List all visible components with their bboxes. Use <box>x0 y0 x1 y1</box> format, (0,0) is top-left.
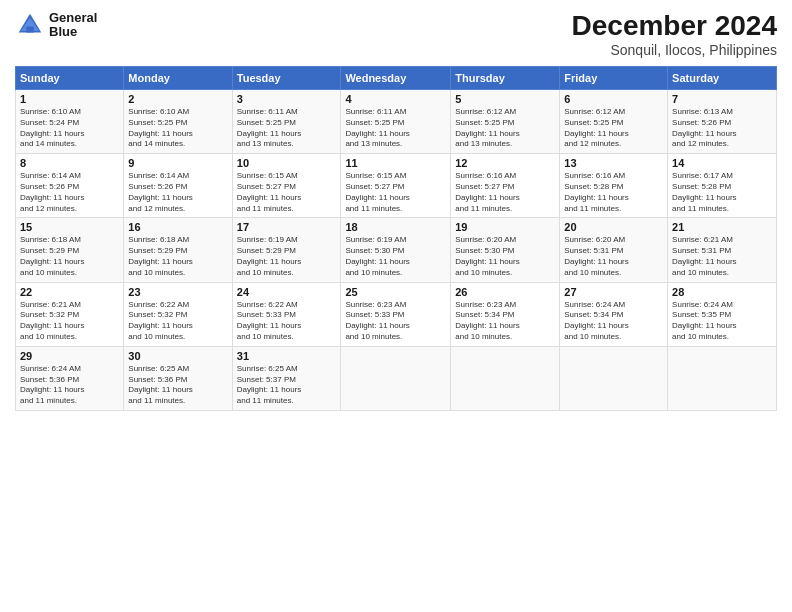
day-number: 22 <box>20 286 119 298</box>
calendar-cell <box>341 346 451 410</box>
page-container: General Blue December 2024 Sonquil, Iloc… <box>0 0 792 421</box>
day-info: Sunrise: 6:20 AMSunset: 5:31 PMDaylight:… <box>564 235 663 278</box>
day-number: 7 <box>672 93 772 105</box>
calendar-cell: 10Sunrise: 6:15 AMSunset: 5:27 PMDayligh… <box>232 154 341 218</box>
day-number: 15 <box>20 221 119 233</box>
day-info: Sunrise: 6:12 AMSunset: 5:25 PMDaylight:… <box>564 107 663 150</box>
day-number: 26 <box>455 286 555 298</box>
day-number: 25 <box>345 286 446 298</box>
header-saturday: Saturday <box>668 67 777 90</box>
day-number: 27 <box>564 286 663 298</box>
header-friday: Friday <box>560 67 668 90</box>
day-number: 4 <box>345 93 446 105</box>
header-thursday: Thursday <box>451 67 560 90</box>
day-number: 6 <box>564 93 663 105</box>
calendar-cell: 7Sunrise: 6:13 AMSunset: 5:26 PMDaylight… <box>668 90 777 154</box>
calendar-cell: 26Sunrise: 6:23 AMSunset: 5:34 PMDayligh… <box>451 282 560 346</box>
calendar-cell: 15Sunrise: 6:18 AMSunset: 5:29 PMDayligh… <box>16 218 124 282</box>
calendar-cell: 31Sunrise: 6:25 AMSunset: 5:37 PMDayligh… <box>232 346 341 410</box>
calendar-cell <box>560 346 668 410</box>
day-number: 31 <box>237 350 337 362</box>
calendar-cell: 5Sunrise: 6:12 AMSunset: 5:25 PMDaylight… <box>451 90 560 154</box>
calendar-cell: 23Sunrise: 6:22 AMSunset: 5:32 PMDayligh… <box>124 282 232 346</box>
day-number: 13 <box>564 157 663 169</box>
calendar-week-5: 29Sunrise: 6:24 AMSunset: 5:36 PMDayligh… <box>16 346 777 410</box>
calendar-week-1: 1Sunrise: 6:10 AMSunset: 5:24 PMDaylight… <box>16 90 777 154</box>
calendar-cell: 18Sunrise: 6:19 AMSunset: 5:30 PMDayligh… <box>341 218 451 282</box>
header-wednesday: Wednesday <box>341 67 451 90</box>
logo: General Blue <box>15 10 97 40</box>
day-info: Sunrise: 6:15 AMSunset: 5:27 PMDaylight:… <box>237 171 337 214</box>
day-number: 12 <box>455 157 555 169</box>
day-info: Sunrise: 6:24 AMSunset: 5:34 PMDaylight:… <box>564 300 663 343</box>
header-tuesday: Tuesday <box>232 67 341 90</box>
logo-text: General Blue <box>49 11 97 40</box>
calendar-cell <box>668 346 777 410</box>
day-number: 3 <box>237 93 337 105</box>
day-info: Sunrise: 6:23 AMSunset: 5:33 PMDaylight:… <box>345 300 446 343</box>
calendar-cell: 27Sunrise: 6:24 AMSunset: 5:34 PMDayligh… <box>560 282 668 346</box>
day-info: Sunrise: 6:10 AMSunset: 5:25 PMDaylight:… <box>128 107 227 150</box>
calendar-cell: 17Sunrise: 6:19 AMSunset: 5:29 PMDayligh… <box>232 218 341 282</box>
day-number: 8 <box>20 157 119 169</box>
day-number: 30 <box>128 350 227 362</box>
calendar-cell: 30Sunrise: 6:25 AMSunset: 5:36 PMDayligh… <box>124 346 232 410</box>
day-number: 18 <box>345 221 446 233</box>
day-number: 29 <box>20 350 119 362</box>
page-header: General Blue December 2024 Sonquil, Iloc… <box>15 10 777 58</box>
day-number: 11 <box>345 157 446 169</box>
calendar-cell: 9Sunrise: 6:14 AMSunset: 5:26 PMDaylight… <box>124 154 232 218</box>
calendar-week-3: 15Sunrise: 6:18 AMSunset: 5:29 PMDayligh… <box>16 218 777 282</box>
day-info: Sunrise: 6:24 AMSunset: 5:35 PMDaylight:… <box>672 300 772 343</box>
calendar-cell: 1Sunrise: 6:10 AMSunset: 5:24 PMDaylight… <box>16 90 124 154</box>
day-info: Sunrise: 6:20 AMSunset: 5:30 PMDaylight:… <box>455 235 555 278</box>
title-block: December 2024 Sonquil, Ilocos, Philippin… <box>572 10 777 58</box>
day-info: Sunrise: 6:25 AMSunset: 5:36 PMDaylight:… <box>128 364 227 407</box>
calendar-header-row: SundayMondayTuesdayWednesdayThursdayFrid… <box>16 67 777 90</box>
day-info: Sunrise: 6:11 AMSunset: 5:25 PMDaylight:… <box>237 107 337 150</box>
day-info: Sunrise: 6:24 AMSunset: 5:36 PMDaylight:… <box>20 364 119 407</box>
day-number: 16 <box>128 221 227 233</box>
day-info: Sunrise: 6:23 AMSunset: 5:34 PMDaylight:… <box>455 300 555 343</box>
calendar-cell: 8Sunrise: 6:14 AMSunset: 5:26 PMDaylight… <box>16 154 124 218</box>
day-info: Sunrise: 6:15 AMSunset: 5:27 PMDaylight:… <box>345 171 446 214</box>
day-info: Sunrise: 6:19 AMSunset: 5:30 PMDaylight:… <box>345 235 446 278</box>
day-info: Sunrise: 6:25 AMSunset: 5:37 PMDaylight:… <box>237 364 337 407</box>
day-info: Sunrise: 6:21 AMSunset: 5:32 PMDaylight:… <box>20 300 119 343</box>
day-info: Sunrise: 6:19 AMSunset: 5:29 PMDaylight:… <box>237 235 337 278</box>
day-info: Sunrise: 6:14 AMSunset: 5:26 PMDaylight:… <box>20 171 119 214</box>
day-info: Sunrise: 6:21 AMSunset: 5:31 PMDaylight:… <box>672 235 772 278</box>
calendar-cell: 11Sunrise: 6:15 AMSunset: 5:27 PMDayligh… <box>341 154 451 218</box>
month-title: December 2024 <box>572 10 777 42</box>
day-info: Sunrise: 6:16 AMSunset: 5:28 PMDaylight:… <box>564 171 663 214</box>
day-info: Sunrise: 6:22 AMSunset: 5:32 PMDaylight:… <box>128 300 227 343</box>
calendar-cell: 20Sunrise: 6:20 AMSunset: 5:31 PMDayligh… <box>560 218 668 282</box>
location: Sonquil, Ilocos, Philippines <box>572 42 777 58</box>
calendar-cell: 21Sunrise: 6:21 AMSunset: 5:31 PMDayligh… <box>668 218 777 282</box>
day-number: 5 <box>455 93 555 105</box>
day-number: 1 <box>20 93 119 105</box>
calendar-cell: 25Sunrise: 6:23 AMSunset: 5:33 PMDayligh… <box>341 282 451 346</box>
day-info: Sunrise: 6:13 AMSunset: 5:26 PMDaylight:… <box>672 107 772 150</box>
calendar-week-4: 22Sunrise: 6:21 AMSunset: 5:32 PMDayligh… <box>16 282 777 346</box>
calendar-cell: 24Sunrise: 6:22 AMSunset: 5:33 PMDayligh… <box>232 282 341 346</box>
day-number: 10 <box>237 157 337 169</box>
day-number: 14 <box>672 157 772 169</box>
calendar-cell: 14Sunrise: 6:17 AMSunset: 5:28 PMDayligh… <box>668 154 777 218</box>
day-info: Sunrise: 6:14 AMSunset: 5:26 PMDaylight:… <box>128 171 227 214</box>
logo-icon <box>15 10 45 40</box>
calendar-cell: 12Sunrise: 6:16 AMSunset: 5:27 PMDayligh… <box>451 154 560 218</box>
day-number: 20 <box>564 221 663 233</box>
day-number: 17 <box>237 221 337 233</box>
svg-rect-2 <box>26 27 34 33</box>
calendar-cell: 13Sunrise: 6:16 AMSunset: 5:28 PMDayligh… <box>560 154 668 218</box>
calendar-week-2: 8Sunrise: 6:14 AMSunset: 5:26 PMDaylight… <box>16 154 777 218</box>
calendar-cell: 29Sunrise: 6:24 AMSunset: 5:36 PMDayligh… <box>16 346 124 410</box>
calendar-cell: 19Sunrise: 6:20 AMSunset: 5:30 PMDayligh… <box>451 218 560 282</box>
day-info: Sunrise: 6:18 AMSunset: 5:29 PMDaylight:… <box>20 235 119 278</box>
day-info: Sunrise: 6:22 AMSunset: 5:33 PMDaylight:… <box>237 300 337 343</box>
day-number: 24 <box>237 286 337 298</box>
day-number: 28 <box>672 286 772 298</box>
calendar-table: SundayMondayTuesdayWednesdayThursdayFrid… <box>15 66 777 411</box>
calendar-cell <box>451 346 560 410</box>
